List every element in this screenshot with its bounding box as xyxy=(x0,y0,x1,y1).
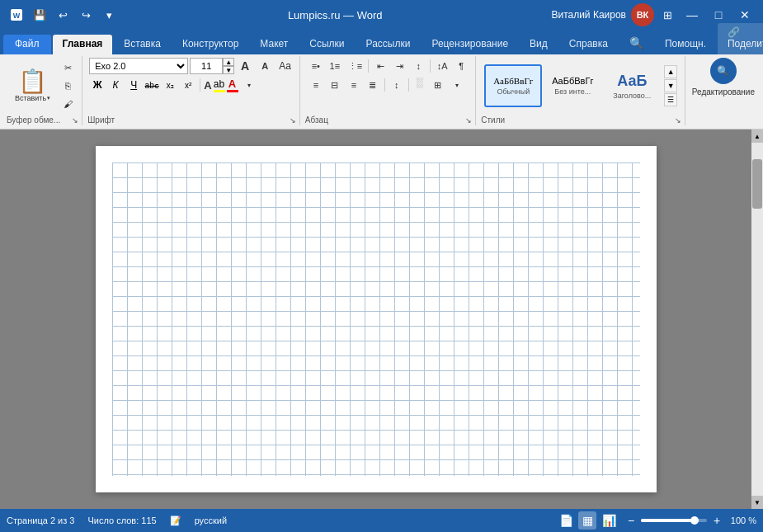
increase-indent-btn[interactable]: ⇥ xyxy=(390,58,408,74)
zoom-fill xyxy=(641,519,694,522)
paragraph-group: ≡• 1≡ ⋮≡ ⇤ ⇥ ↕ ↕A ¶ ≡ ⊟ ≡ ≣ ↕ xyxy=(302,56,476,125)
font-size-arrows: ▲ ▼ xyxy=(223,58,234,74)
style-normal-preview: АаБбВвГг xyxy=(493,76,533,86)
strikethrough-btn[interactable]: abc̶ xyxy=(144,77,160,93)
font-color-dropdown-btn[interactable]: ▾ xyxy=(240,77,258,93)
subscript-btn[interactable]: x₂ xyxy=(162,77,178,93)
minimize-btn[interactable]: — xyxy=(681,3,704,26)
print-view-btn[interactable]: ▦ xyxy=(578,511,596,530)
clear-format-btn[interactable]: Aa xyxy=(276,58,294,74)
style-normal[interactable]: АаБбВвГг Обычный xyxy=(484,64,542,107)
tab-insert[interactable]: Вставка xyxy=(114,35,171,54)
italic-btn[interactable]: К xyxy=(107,77,124,93)
bullets-btn[interactable]: ≡• xyxy=(307,58,325,74)
font-row2: Ж К Ч abc̶ x₂ x² A ab A xyxy=(89,77,294,93)
font-size-decrease-arrow[interactable]: ▼ xyxy=(223,66,234,74)
document-scroll-area[interactable] xyxy=(0,129,751,509)
styles-more-btn[interactable]: ☰ xyxy=(664,93,677,106)
tab-help[interactable]: Справка xyxy=(559,35,618,54)
web-view-btn[interactable]: 📊 xyxy=(600,511,618,530)
tab-search-icon[interactable]: 🔍 xyxy=(619,33,653,54)
scroll-thumb[interactable] xyxy=(752,159,762,209)
paragraph-expand-btn[interactable]: ↘ xyxy=(465,116,472,125)
style-normal-label: Обычный xyxy=(497,87,530,96)
search-icon: 🔍 xyxy=(717,65,729,77)
grow-font-btn[interactable]: A xyxy=(236,58,254,74)
tab-helper[interactable]: Помощн. xyxy=(655,35,716,54)
show-marks-btn[interactable]: ¶ xyxy=(452,58,470,74)
tab-file[interactable]: Файл xyxy=(3,35,51,54)
para-dropdown-btn[interactable]: ▾ xyxy=(448,77,466,93)
style-no-spacing[interactable]: АаБбВвГг Без инте... xyxy=(544,64,601,107)
read-view-btn[interactable]: 📄 xyxy=(557,511,575,530)
user-name: Виталий Каиров xyxy=(551,9,626,21)
shrink-font-btn[interactable]: A xyxy=(256,58,274,74)
style-heading[interactable]: АаБ Заголово... xyxy=(603,64,661,107)
para-extra-btn1[interactable]: ↕ xyxy=(409,58,427,74)
borders-btn[interactable]: ⊞ xyxy=(429,77,447,93)
app-icon[interactable]: W xyxy=(7,5,26,25)
font-expand-btn[interactable]: ↘ xyxy=(290,116,296,125)
font-size-input[interactable] xyxy=(190,58,223,74)
shading-btn[interactable]: ░ xyxy=(412,77,428,93)
clipboard-expand-btn[interactable]: ↘ xyxy=(72,116,78,125)
grid-overlay xyxy=(112,162,640,476)
zoom-plus-btn[interactable]: + xyxy=(710,514,723,527)
ribbon-tabs: Файл Главная Вставка Конструктор Макет С… xyxy=(0,30,763,54)
format-painter-btn[interactable]: 🖌 xyxy=(59,96,77,112)
styles-expand-btn[interactable]: ↘ xyxy=(675,116,681,125)
font-name-select[interactable]: Exo 2.0 Arial Times New Roman xyxy=(89,58,188,74)
tab-review[interactable]: Рецензирование xyxy=(422,35,518,54)
spell-check-icon[interactable]: 📝 xyxy=(170,516,181,526)
quick-access-more-btn[interactable]: ▾ xyxy=(99,5,119,25)
decrease-indent-btn[interactable]: ⇤ xyxy=(371,58,389,74)
tab-view[interactable]: Вид xyxy=(520,35,558,54)
styles-scroll-down-btn[interactable]: ▼ xyxy=(664,79,677,92)
tab-share[interactable]: 🔗 Поделиться xyxy=(718,23,763,54)
scroll-down-btn[interactable]: ▼ xyxy=(751,496,763,509)
bold-btn[interactable]: Ж xyxy=(89,77,106,93)
multilevel-btn[interactable]: ⋮≡ xyxy=(345,58,365,74)
status-left: Страница 2 из 3 Число слов: 115 📝 русски… xyxy=(7,516,227,526)
tab-references[interactable]: Ссылки xyxy=(299,35,354,54)
search-btn[interactable]: 🔍 xyxy=(710,58,737,84)
cut-btn[interactable]: ✂ xyxy=(59,59,77,76)
redo-quick-btn[interactable]: ↪ xyxy=(76,5,96,25)
style-no-spacing-preview: АаБбВвГг xyxy=(552,76,593,86)
scroll-track[interactable] xyxy=(751,143,763,496)
styles-scroll-up-btn[interactable]: ▲ xyxy=(664,65,677,78)
zoom-track[interactable] xyxy=(641,519,707,522)
tab-mailings[interactable]: Рассылки xyxy=(356,35,421,54)
scroll-up-btn[interactable]: ▲ xyxy=(751,129,763,143)
font-size-increase-arrow[interactable]: ▲ xyxy=(223,58,234,66)
sort-btn[interactable]: ↕A xyxy=(433,58,451,74)
tab-home[interactable]: Главная xyxy=(53,35,113,54)
numbering-btn[interactable]: 1≡ xyxy=(326,58,344,74)
align-center-btn[interactable]: ⊟ xyxy=(326,77,344,93)
undo-quick-btn[interactable]: ↩ xyxy=(53,5,73,25)
window-layout-btn[interactable]: ⊞ xyxy=(657,5,677,25)
status-bar: Страница 2 из 3 Число слов: 115 📝 русски… xyxy=(0,509,763,532)
justify-btn[interactable]: ≣ xyxy=(364,77,382,93)
zoom-handle[interactable] xyxy=(690,516,699,525)
paste-btn[interactable]: 📋 Вставить ▾ xyxy=(8,68,57,105)
align-right-btn[interactable]: ≡ xyxy=(345,77,363,93)
clipboard-content: 📋 Вставить ▾ ✂ ⎘ 🖌 xyxy=(8,58,77,114)
user-avatar[interactable]: ВК xyxy=(631,3,654,26)
text-effects-btn[interactable]: A xyxy=(204,79,211,92)
copy-btn[interactable]: ⎘ xyxy=(59,78,77,94)
document-page[interactable] xyxy=(96,146,657,492)
align-left-btn[interactable]: ≡ xyxy=(307,77,325,93)
paste-icon: 📋 xyxy=(18,70,47,93)
superscript-btn[interactable]: x² xyxy=(180,77,196,93)
highlight-btn[interactable]: ab xyxy=(214,78,225,92)
zoom-minus-btn[interactable]: − xyxy=(624,514,638,527)
font-color-btn[interactable]: A xyxy=(227,78,238,92)
save-quick-btn[interactable]: 💾 xyxy=(30,5,49,25)
styles-group: АаБбВвГг Обычный АаБбВвГг Без инте... Аа… xyxy=(478,56,685,125)
tab-design[interactable]: Конструктор xyxy=(172,35,248,54)
underline-btn[interactable]: Ч xyxy=(125,77,142,93)
tab-layout[interactable]: Макет xyxy=(250,35,298,54)
styles-content: АаБбВвГг Обычный АаБбВвГг Без инте... Аа… xyxy=(483,58,680,114)
line-spacing-btn[interactable]: ↕ xyxy=(388,77,406,93)
